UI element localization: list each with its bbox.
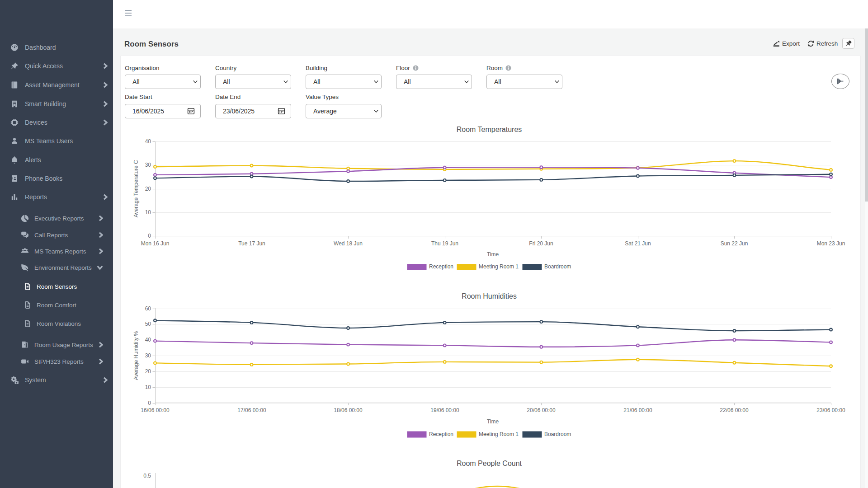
svg-text:Boardroom: Boardroom [544, 263, 571, 270]
svg-text:10: 10 [145, 384, 151, 390]
svg-text:Tue 17 Jun: Tue 17 Jun [238, 240, 265, 247]
svg-text:23/06 00:00: 23/06 00:00 [816, 407, 845, 413]
svg-text:Sun 22 Jun: Sun 22 Jun [721, 240, 748, 247]
svg-text:Reception: Reception [429, 431, 453, 437]
svg-text:17/06 00:00: 17/06 00:00 [237, 407, 266, 413]
svg-text:0: 0 [148, 233, 151, 239]
svg-text:0: 0 [148, 400, 151, 406]
svg-text:40: 40 [145, 337, 151, 343]
svg-text:Wed 18 Jun: Wed 18 Jun [334, 240, 363, 247]
svg-text:Thu 19 Jun: Thu 19 Jun [431, 240, 458, 247]
svg-text:20/06 00:00: 20/06 00:00 [527, 407, 556, 413]
svg-text:10: 10 [145, 209, 151, 216]
svg-text:30: 30 [145, 352, 151, 359]
svg-text:22/06 00:00: 22/06 00:00 [720, 407, 749, 413]
svg-text:Average Temperature C: Average Temperature C [133, 160, 139, 217]
svg-text:Meeting Room 1: Meeting Room 1 [479, 431, 519, 437]
svg-text:Room Temperatures: Room Temperatures [457, 126, 522, 133]
svg-text:Time: Time [487, 251, 499, 258]
svg-text:Meeting Room 1: Meeting Room 1 [479, 263, 519, 270]
svg-text:18/06 00:00: 18/06 00:00 [334, 407, 363, 413]
svg-text:30: 30 [145, 162, 151, 168]
svg-text:50: 50 [145, 321, 151, 327]
svg-text:Mon 23 Jun: Mon 23 Jun [817, 240, 845, 247]
svg-text:20: 20 [145, 368, 151, 375]
svg-text:40: 40 [145, 138, 151, 145]
svg-text:Room People Count: Room People Count [457, 460, 522, 467]
svg-text:20: 20 [145, 186, 151, 192]
svg-text:Room Humidities: Room Humidities [462, 292, 517, 300]
svg-text:Mon 16 Jun: Mon 16 Jun [141, 240, 170, 247]
svg-text:Average Humidity %: Average Humidity % [133, 331, 139, 380]
svg-text:Boardroom: Boardroom [544, 431, 571, 437]
svg-text:Time: Time [487, 418, 499, 425]
svg-text:Reception: Reception [429, 263, 453, 270]
svg-text:Fri 20 Jun: Fri 20 Jun [529, 240, 553, 247]
svg-text:19/06 00:00: 19/06 00:00 [430, 407, 459, 413]
svg-text:0.5: 0.5 [143, 473, 151, 479]
svg-text:16/06 00:00: 16/06 00:00 [141, 407, 170, 413]
svg-text:21/06 00:00: 21/06 00:00 [623, 407, 652, 413]
svg-text:60: 60 [145, 305, 151, 312]
svg-text:Sat 21 Jun: Sat 21 Jun [625, 240, 651, 247]
